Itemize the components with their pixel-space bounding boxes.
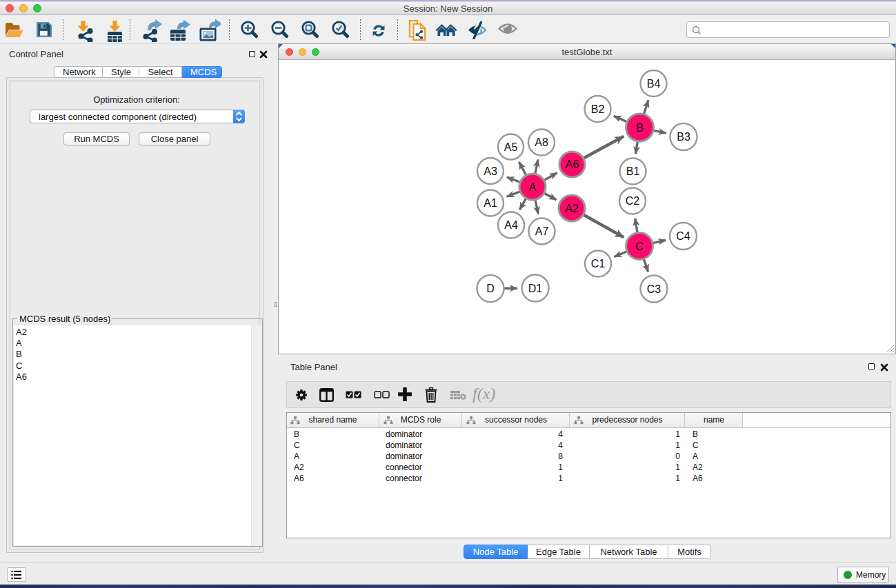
- svg-text:A8: A8: [535, 136, 548, 148]
- svg-text:C2: C2: [626, 195, 640, 207]
- svg-text:C: C: [635, 241, 644, 252]
- svg-text:A5: A5: [504, 141, 518, 153]
- svg-text:D1: D1: [528, 283, 543, 294]
- svg-text:A6: A6: [566, 159, 579, 170]
- svg-text:D: D: [486, 283, 495, 294]
- svg-text:B: B: [636, 122, 644, 134]
- svg-text:A2: A2: [565, 203, 579, 214]
- svg-text:B2: B2: [591, 103, 605, 115]
- svg-text:C4: C4: [676, 230, 690, 242]
- svg-text:B4: B4: [647, 78, 661, 90]
- svg-text:A1: A1: [484, 197, 497, 209]
- svg-text:A4: A4: [504, 219, 518, 231]
- svg-text:C1: C1: [591, 258, 606, 270]
- svg-text:A: A: [529, 181, 537, 193]
- svg-text:A3: A3: [484, 165, 497, 177]
- svg-text:B1: B1: [626, 165, 640, 177]
- svg-text:C3: C3: [647, 283, 661, 295]
- svg-text:B3: B3: [677, 131, 690, 143]
- svg-text:A7: A7: [535, 225, 549, 237]
